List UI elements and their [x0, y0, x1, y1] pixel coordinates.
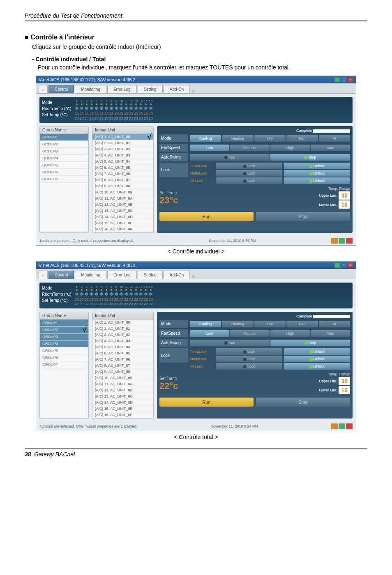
unit-item[interactable]: [A/C] 2. AC_UNIT_01 — [92, 140, 153, 146]
minimize-button[interactable]: - — [334, 77, 340, 82]
option-button[interactable]: Heating — [222, 321, 253, 327]
unlock-button[interactable]: Unlock — [284, 163, 350, 169]
stop-button[interactable]: Stop — [256, 212, 350, 221]
group-item[interactable]: GROUP6 — [40, 354, 88, 361]
upper-lim-value[interactable]: 30 — [339, 377, 350, 385]
unit-item[interactable]: [A/C] 16. AC_UNIT_0F — [92, 226, 153, 232]
tab-control[interactable]: Control — [48, 271, 74, 279]
unit-item[interactable]: [A/C] 13. AC_UNIT_0C — [92, 393, 153, 400]
tab-setting[interactable]: Setting — [138, 271, 163, 279]
close-button[interactable]: × — [348, 263, 353, 268]
group-item[interactable]: GROUP2√ — [40, 327, 88, 334]
group-item[interactable]: GROUP4 — [40, 340, 88, 347]
option-button[interactable]: Dry — [254, 135, 286, 142]
home-icon[interactable]: ⌂ — [39, 85, 48, 93]
unit-item[interactable]: [A/C] 15. AC_UNIT_0E — [92, 220, 153, 226]
tab-errorlog[interactable]: Error Log — [107, 271, 137, 279]
unit-item[interactable]: [A/C] 12. AC_UNIT_0B — [92, 387, 153, 393]
swing-button[interactable]: Stop — [270, 154, 350, 161]
option-button[interactable]: Medium — [230, 145, 270, 151]
unit-item[interactable]: [A/C] 5. AC_UNIT_04 — [92, 344, 153, 350]
unit-item[interactable]: [A/C] 12. AC_UNIT_0B — [92, 202, 153, 208]
group-item[interactable]: GROUP7 — [40, 361, 88, 368]
unit-item[interactable]: [A/C] 3. AC_UNIT_02 — [92, 146, 153, 152]
unlock-button[interactable]: Unlock — [284, 356, 350, 362]
unlock-button[interactable]: Unlock — [284, 348, 350, 355]
unit-item[interactable]: [A/C] 2. AC_UNIT_01 — [92, 326, 153, 332]
unit-item[interactable]: [A/C] 13. AC_UNIT_0C — [92, 208, 153, 214]
close-button[interactable]: × — [348, 77, 353, 82]
unit-item[interactable]: [A/C] 4. AC_UNIT_03 — [92, 152, 153, 159]
unit-item[interactable]: [A/C] 14. AC_UNIT_0D — [92, 214, 153, 220]
option-button[interactable]: Auto — [311, 145, 350, 151]
swing-button[interactable]: Run — [190, 154, 270, 161]
tab-setting[interactable]: Setting — [138, 85, 163, 93]
tab-addon[interactable]: Add-On — [164, 271, 190, 279]
lock-button[interactable]: Lock — [216, 177, 282, 184]
unlock-button[interactable]: Unlock — [284, 177, 350, 184]
option-button[interactable]: Dry — [254, 321, 286, 327]
unit-item[interactable]: [A/C] 16. AC_UNIT_0F — [92, 412, 153, 418]
upper-lim-value[interactable]: 30 — [339, 191, 350, 200]
group-item[interactable]: GROUP1 — [40, 320, 88, 327]
lock-button[interactable]: Lock — [216, 348, 282, 355]
unit-item[interactable]: [A/C] 6. AC_UNIT_05 — [92, 350, 153, 356]
unit-item[interactable]: [A/C] 9. AC_UNIT_08 — [92, 183, 153, 189]
unit-item[interactable]: [A/C] 5. AC_UNIT_04 — [92, 159, 153, 165]
unit-item[interactable]: [A/C] 3. AC_UNIT_02 — [92, 332, 153, 338]
option-button[interactable]: Auto — [311, 330, 350, 337]
tab-addon[interactable]: Add-On — [164, 85, 190, 93]
unit-item[interactable]: [A/C] 10. AC_UNIT_09 — [92, 375, 153, 381]
unit-item[interactable]: [A/C] 11. AC_UNIT_0A — [92, 196, 153, 202]
home-icon[interactable]: ⌂ — [39, 271, 48, 279]
group-item[interactable]: GROUP1 — [40, 134, 88, 141]
option-button[interactable]: AI — [319, 135, 350, 142]
group-item[interactable]: GROUP2 — [40, 141, 88, 148]
unit-item[interactable]: [A/C] 10. AC_UNIT_09 — [92, 189, 153, 196]
swing-button[interactable]: Run — [190, 340, 270, 346]
option-button[interactable]: Fan — [286, 135, 318, 142]
unit-item[interactable]: [A/C] 15. AC_UNIT_0E — [92, 406, 153, 412]
group-item[interactable]: GROUP3 — [40, 334, 88, 340]
group-item[interactable]: GROUP7 — [40, 176, 88, 183]
swing-button[interactable]: Stop — [270, 340, 350, 346]
option-button[interactable]: Cooling — [190, 321, 221, 327]
tab-monitoring[interactable]: Monitoring — [75, 271, 106, 279]
option-button[interactable]: High — [270, 145, 310, 151]
tab-control[interactable]: Control — [48, 85, 74, 93]
option-button[interactable]: Fan — [286, 321, 318, 327]
option-button[interactable]: Low — [190, 330, 229, 337]
option-button[interactable]: AI — [319, 321, 350, 327]
unlock-button[interactable]: Unlock — [284, 170, 350, 177]
unit-item[interactable]: [A/C] 14. AC_UNIT_0D — [92, 400, 153, 406]
lock-button[interactable]: Lock — [216, 363, 282, 370]
minimize-button[interactable]: - — [334, 263, 340, 268]
unit-item[interactable]: [A/C] 1. AC_UNIT_00√ — [92, 134, 153, 140]
lock-button[interactable]: Lock — [216, 170, 282, 177]
lock-button[interactable]: Lock — [216, 163, 282, 169]
maximize-button[interactable]: □ — [341, 77, 347, 82]
unit-item[interactable]: [A/C] 1. AC_UNIT_00 — [92, 320, 153, 326]
option-button[interactable]: Low — [190, 145, 229, 151]
group-item[interactable]: GROUP5 — [40, 347, 88, 354]
unit-item[interactable]: [A/C] 9. AC_UNIT_08 — [92, 369, 153, 375]
unlock-button[interactable]: Unlock — [284, 363, 350, 370]
lower-lim-value[interactable]: 16 — [339, 386, 350, 394]
unit-item[interactable]: [A/C] 7. AC_UNIT_06 — [92, 171, 153, 177]
group-item[interactable]: GROUP3 — [40, 148, 88, 155]
add-tab-icon[interactable]: ⊕ — [191, 89, 195, 93]
maximize-button[interactable]: □ — [341, 263, 347, 268]
run-button[interactable]: Run — [159, 212, 254, 221]
lock-button[interactable]: Lock — [216, 356, 282, 362]
group-item[interactable]: GROUP5 — [40, 162, 88, 169]
tab-monitoring[interactable]: Monitoring — [75, 85, 106, 93]
option-button[interactable]: Medium — [230, 330, 270, 337]
option-button[interactable]: High — [270, 330, 310, 337]
stop-button[interactable]: Stop — [256, 398, 350, 407]
unit-item[interactable]: [A/C] 7. AC_UNIT_06 — [92, 356, 153, 363]
unit-item[interactable]: [A/C] 8. AC_UNIT_07 — [92, 363, 153, 369]
group-item[interactable]: GROUP6 — [40, 169, 88, 176]
unit-item[interactable]: [A/C] 4. AC_UNIT_03 — [92, 338, 153, 344]
unit-item[interactable]: [A/C] 11. AC_UNIT_0A — [92, 381, 153, 387]
group-item[interactable]: GROUP4 — [40, 155, 88, 162]
